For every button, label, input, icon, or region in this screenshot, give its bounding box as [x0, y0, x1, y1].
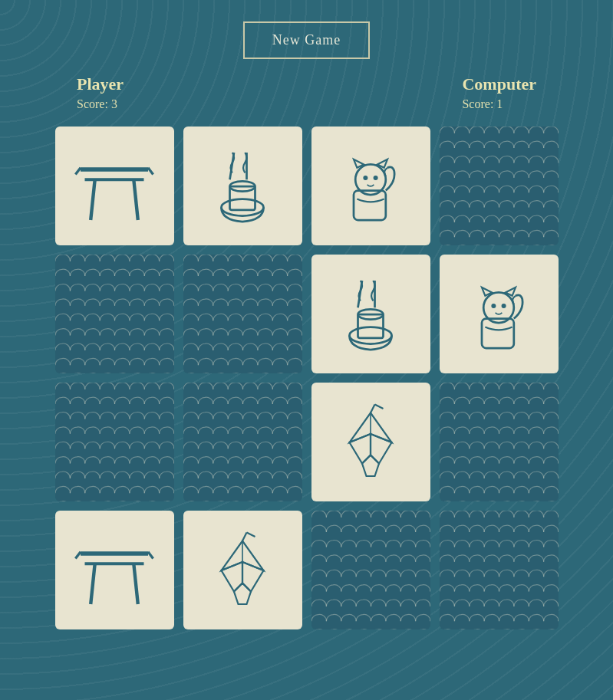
scores-panel: Player Score: 3 Computer Score: 1: [0, 74, 613, 111]
card-3[interactable]: [440, 127, 559, 245]
player-score: Score: 3: [77, 97, 124, 111]
card-9[interactable]: [183, 383, 302, 501]
card-14[interactable]: [311, 511, 430, 629]
card-10[interactable]: [311, 383, 430, 501]
svg-line-5: [148, 167, 153, 174]
svg-point-26: [492, 304, 495, 307]
svg-line-3: [133, 179, 138, 220]
header: New Game: [0, 0, 613, 74]
card-7[interactable]: [440, 255, 559, 373]
svg-line-2: [91, 179, 95, 220]
svg-line-38: [91, 564, 95, 604]
svg-line-47: [247, 532, 255, 537]
svg-line-32: [371, 404, 375, 412]
svg-point-27: [502, 304, 505, 307]
svg-line-4: [75, 167, 81, 174]
svg-line-40: [75, 551, 81, 558]
card-2[interactable]: [311, 127, 430, 245]
card-5[interactable]: [183, 255, 302, 373]
svg-marker-45: [234, 583, 251, 604]
player-score-block: Player Score: 3: [77, 74, 124, 111]
card-4[interactable]: [55, 255, 174, 373]
computer-score-block: Computer Score: 1: [462, 74, 536, 111]
card-13[interactable]: [183, 511, 302, 629]
svg-line-41: [148, 551, 153, 558]
player-name: Player: [77, 74, 124, 94]
svg-point-6: [222, 199, 264, 215]
svg-line-33: [375, 404, 384, 409]
card-0[interactable]: [55, 127, 174, 245]
card-6[interactable]: [311, 255, 430, 373]
svg-point-16: [374, 176, 377, 179]
card-11[interactable]: [440, 383, 559, 501]
card-12[interactable]: [55, 511, 174, 629]
svg-point-17: [350, 327, 392, 343]
card-15[interactable]: [440, 511, 559, 629]
card-8[interactable]: [55, 383, 174, 501]
new-game-button[interactable]: New Game: [243, 21, 370, 59]
computer-score: Score: 1: [462, 97, 536, 111]
svg-line-39: [133, 564, 138, 604]
computer-name: Computer: [462, 74, 536, 94]
svg-point-15: [364, 176, 367, 179]
svg-marker-31: [362, 455, 379, 476]
svg-line-46: [242, 532, 247, 541]
card-1[interactable]: [183, 127, 302, 245]
game-grid: [0, 127, 613, 629]
